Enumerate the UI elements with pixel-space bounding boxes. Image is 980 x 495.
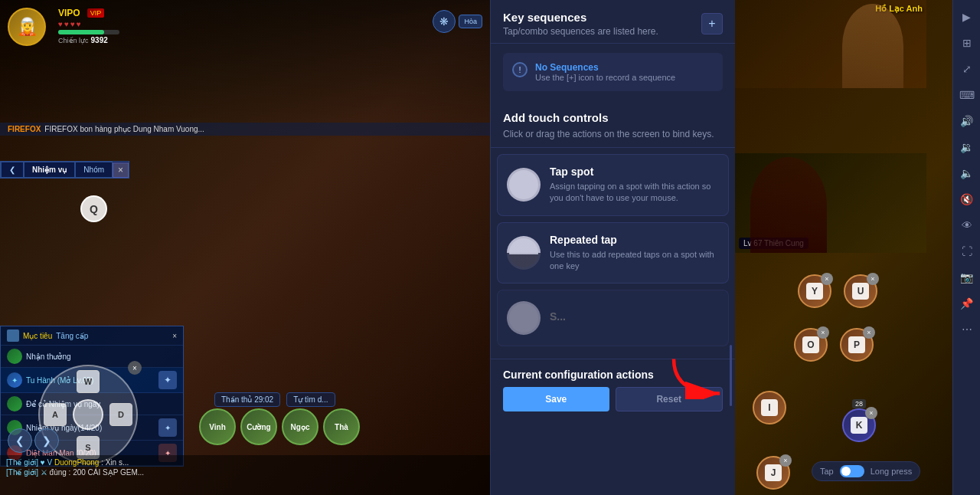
toolbar-volume-mid-icon[interactable]: 🔉 [956, 136, 978, 158]
toolbar-pin-icon[interactable]: 📌 [956, 293, 978, 314]
bottom-notification: Thần thủ 29:02 Tự tìm d... [214, 392, 335, 407]
key-overlay-u[interactable]: × U [844, 274, 877, 308]
control-cards-area: Tap spot Assign tapping on a spot with t… [491, 148, 735, 359]
toolbar-play-icon[interactable]: ▶ [956, 6, 978, 28]
list-item[interactable]: Mục tiêu Tăng cấp × [1, 326, 183, 346]
toggle-thumb [841, 467, 851, 476]
toolbar-grid-icon[interactable]: ⊞ [956, 32, 978, 54]
swipe-card-partial[interactable]: S... [497, 290, 729, 346]
repeated-tap-icon [507, 236, 541, 270]
no-sequences-text-block: No Sequences Use the [+] icon to record … [535, 62, 675, 82]
p-close-icon[interactable]: × [863, 326, 875, 339]
key-overlay-k[interactable]: × 28 K [842, 408, 876, 442]
bottom-controls: ❮ ❯ Thần thủ 29:02 Tự tìm d... Vinh Cườn… [0, 428, 490, 453]
key-overlay-i[interactable]: I [753, 391, 786, 425]
long-press-label: Long press [871, 467, 912, 476]
swipe-title: S... [550, 310, 566, 323]
mission-label: Nhận thưởng [26, 352, 71, 361]
tap-spot-card[interactable]: Tap spot Assign tapping on a spot with t… [497, 154, 729, 216]
tap-spot-circle [509, 170, 538, 199]
dpad-right-button[interactable]: D [109, 403, 132, 426]
repeated-tap-card[interactable]: Repeated tap Use this to add repeated ta… [497, 222, 729, 284]
joystick-inner[interactable] [73, 399, 103, 430]
toolbar-resize-icon[interactable]: ⤢ [956, 58, 978, 80]
skill-vinh[interactable]: Vinh [199, 408, 236, 445]
portrait-bottom-area: Lv 67 Thiên Cung [735, 153, 926, 253]
repeated-tap-text: Repeated tap Use this to add repeated ta… [550, 234, 719, 273]
dpad-up-button[interactable]: W [77, 370, 100, 393]
nav-right-arrow[interactable]: ❯ [34, 428, 59, 453]
u-close-icon[interactable]: × [867, 273, 879, 285]
combat-power-label: Chiến lực [58, 37, 89, 44]
mission-item-sublabel: Tăng cấp [56, 332, 88, 340]
mission-item-label: Mục tiêu [23, 332, 52, 340]
key-mapping-panel: Key sequences Tap/combo sequences are li… [490, 0, 735, 495]
add-sequence-button[interactable]: + [701, 13, 723, 34]
heart-icon: ♥ [70, 20, 75, 28]
add-touch-section: Add touch controls Click or drag the act… [491, 100, 735, 148]
heart-icon: ♥ [58, 20, 63, 28]
skill-cuong[interactable]: Cường [240, 408, 277, 445]
game-area: 🧝 VIPO VIP ♥ ♥ ♥ ♥ Chiến lực 9392 [0, 0, 490, 495]
toolbar-camera-icon[interactable]: 📷 [956, 267, 978, 288]
mission-tab-active[interactable]: Nhiệm vụ [24, 162, 75, 178]
key-sequences-title: Key sequences [503, 11, 658, 24]
swipe-icon [507, 301, 541, 335]
y-close-icon[interactable]: × [821, 273, 833, 285]
save-config-button[interactable]: Save [503, 387, 609, 411]
chat-text: : Xin s... [101, 458, 129, 467]
key-overlay-o[interactable]: × O [794, 328, 828, 362]
k-close-icon[interactable]: × [865, 407, 877, 419]
mission-detail-icon: ✦ [158, 371, 177, 389]
nav-left-arrow[interactable]: ❮ [8, 428, 32, 453]
joystick-close-button[interactable]: × [128, 361, 142, 375]
tap-spot-icon [507, 168, 541, 202]
health-bar [58, 30, 104, 34]
mission-icon [7, 329, 19, 342]
player-name: VIPO [58, 8, 80, 18]
toolbar-keyboard-icon[interactable]: ⌨ [956, 84, 978, 106]
skill-tha[interactable]: Thà [323, 408, 360, 445]
j-close-icon[interactable]: × [779, 454, 792, 467]
toolbar-eye-icon[interactable]: 👁 [956, 215, 978, 236]
chat-world-label: [Thế giới] ♥ V [6, 458, 54, 467]
toolbar-fullscreen-icon[interactable]: ⛶ [956, 241, 978, 262]
dpad-left-button[interactable]: A [44, 403, 67, 426]
q-key-button[interactable]: Q [80, 195, 107, 222]
firefox-label: FIREFOX [8, 125, 41, 133]
nav-left-button[interactable]: ❮ [1, 162, 24, 178]
chat-name: DuongPhong [54, 458, 99, 467]
toolbar-volume-low-icon[interactable]: 🔈 [956, 162, 978, 184]
toolbar-volume-icon[interactable]: 🔊 [956, 110, 978, 132]
chat-area: [Thế giới] ♥ V DuongPhong : Xin s... [Th… [0, 455, 490, 495]
mission-tab-group[interactable]: Nhóm [75, 162, 113, 178]
mission-close-button[interactable]: × [113, 162, 129, 178]
top-right-buttons: ❋ Hòa [433, 10, 482, 33]
toolbar-more-icon[interactable]: ⋯ [956, 319, 978, 340]
key-overlay-j[interactable]: × J [756, 456, 790, 490]
key-overlay-y[interactable]: × Y [798, 274, 831, 308]
far-right-toolbar: ▶ ⊞ ⤢ ⌨ 🔊 🔉 🔈 🔇 👁 ⛶ 📷 📌 ⋯ [952, 0, 980, 495]
than-thu-label: Thần thủ 29:02 [221, 395, 273, 404]
tap-label: Tap [820, 467, 834, 476]
y-key-label: Y [806, 283, 823, 300]
tap-toggle-switch[interactable] [840, 465, 864, 477]
key-sequences-subtitle: Tap/combo sequences are listed here. [503, 26, 658, 37]
add-touch-title: Add touch controls [503, 111, 723, 124]
key-overlay-p[interactable]: × P [840, 328, 874, 362]
chat-message-2: [Thế giới] ⚔ đùng : 200 CÁI SẠP GEM... [6, 467, 484, 477]
portrait-figure-2 [750, 157, 827, 253]
firefox-text: FIREFOX bon hàng phục Dung Nham Vuong... [44, 125, 204, 133]
hoa-button[interactable]: Hòa [459, 15, 482, 28]
avatar[interactable]: 🧝 [8, 8, 46, 46]
chat-text-2: đùng : 200 CÁI SẠP GEM... [50, 468, 145, 477]
red-arrow-indicator [666, 353, 727, 399]
autofind-box[interactable]: Tự tìm d... [286, 392, 335, 407]
skill-ngoc[interactable]: Ngọc [282, 408, 318, 445]
toolbar-mute-icon[interactable]: 🔇 [956, 188, 978, 210]
mission-close-x[interactable]: × [172, 332, 177, 340]
than-thu-box: Thần thủ 29:02 [214, 392, 280, 407]
chat-message: [Thế giới] ♥ V DuongPhong : Xin s... [6, 457, 484, 467]
bottom-left-controls: ❮ ❯ [8, 428, 59, 453]
o-close-icon[interactable]: × [817, 326, 829, 339]
